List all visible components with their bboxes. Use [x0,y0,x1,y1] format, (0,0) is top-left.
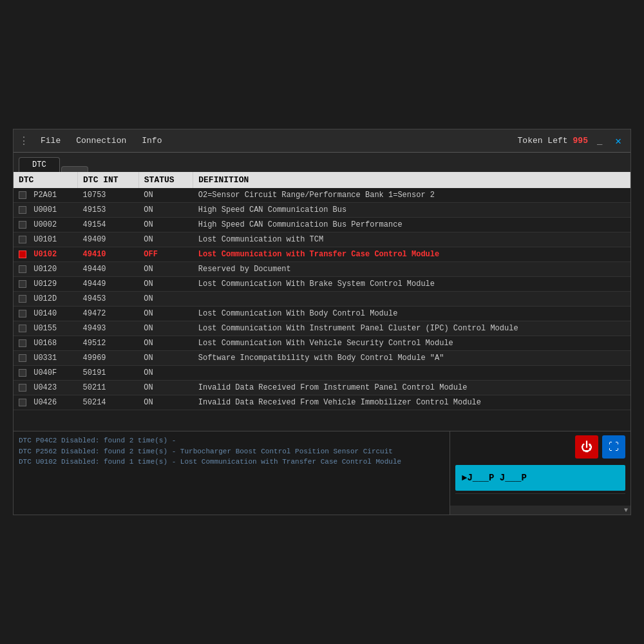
table-row[interactable]: U014049472ONLost Communication With Body… [14,307,630,321]
cell-definition: O2=Sensor Circuit Range/Performance Bank… [193,188,630,203]
cell-status: ON [138,366,193,381]
table-row[interactable]: U012949449ONLost Communication With Brak… [14,277,630,292]
cell-dtc: U040F [14,366,78,381]
col-dtc-int: DTC INT [78,172,139,188]
cell-dtc-int: 10753 [78,188,139,203]
cell-status: ON [138,351,193,366]
table-row[interactable]: U012D49453ON [14,292,630,307]
table-row[interactable]: U042650214ONInvalid Data Received From V… [14,395,630,410]
cell-definition: Reserved by Document [193,262,630,277]
table-row[interactable]: U016849512ONLost Communication With Vehi… [14,336,630,351]
table-row[interactable]: U040F50191ON [14,366,630,381]
cell-definition: Lost Communication With Vehicle Security… [193,336,630,351]
table-row[interactable]: U000249154ONHigh Speed CAN Communication… [14,218,630,232]
dtc-table: DTC DTC INT STATUS DEFINITION P2A0110753… [14,172,630,410]
right-panel: ⏻ ⛶ ►J___P J___P ▼ [450,431,630,515]
menu-file[interactable]: File [34,134,67,147]
cell-dtc: U0155 [14,321,78,336]
col-definition: DEFINITION [193,172,630,188]
cell-dtc-int: 49969 [78,351,139,366]
cell-dtc-int: 49440 [78,262,139,277]
cell-definition: Invalid Data Received From Instrument Pa… [193,381,630,395]
cell-definition: Lost Communication with Transfer Case Co… [193,247,630,262]
table-row[interactable]: U000149153ONHigh Speed CAN Communication… [14,203,630,218]
cell-dtc: U0426 [14,395,78,410]
main-content: DTC DTC INT STATUS DEFINITION P2A0110753… [14,172,630,431]
power-button[interactable]: ⏻ [575,435,598,459]
table-row[interactable]: U012049440ONReserved by Document [14,262,630,277]
cell-dtc: U0129 [14,277,78,292]
scroll-indicator: ▼ [450,506,630,515]
table-row[interactable]: U033149969ONSoftware Incompatibility wit… [14,351,630,366]
cell-status: ON [138,395,193,410]
cell-dtc: U0331 [14,351,78,366]
cell-status: ON [138,321,193,336]
cell-status: ON [138,277,193,292]
table-row[interactable]: U010149409ONLost Communication with TCM [14,232,630,247]
cyan-display-text: ►J___P J___P [462,473,527,483]
cell-status: ON [138,262,193,277]
app-window: ⋮ File Connection Info Token Left 995 _ … [13,129,631,515]
bottom-area: DTC P04C2 Disabled: found 2 time(s) -DTC… [14,431,630,515]
cell-definition: Software Incompatibility with Body Contr… [193,351,630,366]
cell-dtc-int: 50191 [78,366,139,381]
menu-bar: ⋮ File Connection Info Token Left 995 _ … [14,129,630,153]
screen-button[interactable]: ⛶ [602,435,625,459]
table-row[interactable]: U015549493ONLost Communication With Inst… [14,321,630,336]
log-entry: DTC U0102 Disabled: found 1 time(s) - Lo… [19,457,444,468]
cell-dtc-int: 49154 [78,218,139,232]
menu-connection[interactable]: Connection [70,134,133,147]
cell-definition: Lost Communication With Instrument Panel… [193,321,630,336]
cell-dtc-int: 49449 [78,277,139,292]
screen-icon: ⛶ [609,441,619,453]
cell-definition [193,292,630,307]
cell-status: ON [138,307,193,321]
cell-status: OFF [138,247,193,262]
close-button[interactable]: ✕ [611,133,625,149]
table-row[interactable]: P2A0110753ONO2=Sensor Circuit Range/Perf… [14,188,630,203]
cell-definition: High Speed CAN Communication Bus Perform… [193,218,630,232]
right-panel-bottom [455,493,625,506]
cell-status: ON [138,232,193,247]
table-row[interactable]: U042350211ONInvalid Data Received From I… [14,381,630,395]
power-icon: ⏻ [581,440,592,454]
cell-definition: Lost Communication With Brake System Con… [193,277,630,292]
cell-dtc: U0140 [14,307,78,321]
cell-dtc-int: 49453 [78,292,139,307]
cell-status: ON [138,381,193,395]
table-header-row: DTC DTC INT STATUS DEFINITION [14,172,630,188]
cell-dtc-int: 49493 [78,321,139,336]
tab-dtc[interactable]: DTC [19,157,60,172]
menu-info[interactable]: Info [135,134,168,147]
log-entry: DTC P2562 Disabled: found 2 time(s) - Tu… [19,446,444,457]
token-label: Token Left [518,136,568,146]
menu-bar-left: ⋮ File Connection Info [19,134,168,147]
log-panel: DTC P04C2 Disabled: found 2 time(s) -DTC… [14,431,450,515]
cell-definition: Invalid Data Received From Vehicle Immob… [193,395,630,410]
cell-status: ON [138,203,193,218]
menu-bar-right: Token Left 995 _ ✕ [518,133,625,149]
cell-dtc: U0423 [14,381,78,395]
tab-second[interactable] [61,166,88,172]
log-entry: DTC P04C2 Disabled: found 2 time(s) - [19,435,444,446]
menu-dots-icon: ⋮ [19,135,29,147]
cell-definition [193,366,630,381]
col-status: STATUS [138,172,193,188]
cell-dtc-int: 50211 [78,381,139,395]
cell-definition: High Speed CAN Communication Bus [193,203,630,218]
cell-definition: Lost Communication with TCM [193,232,630,247]
table-container[interactable]: DTC DTC INT STATUS DEFINITION P2A0110753… [14,172,630,431]
cell-dtc: U0120 [14,262,78,277]
table-row[interactable]: U010249410OFFLost Communication with Tra… [14,247,630,262]
cell-dtc-int: 49153 [78,203,139,218]
cell-status: ON [138,188,193,203]
col-dtc: DTC [14,172,78,188]
token-value: 995 [573,136,588,146]
minimize-button[interactable]: _ [593,135,606,147]
scroll-down-icon[interactable]: ▼ [624,507,628,514]
cell-dtc: U0001 [14,203,78,218]
cell-dtc-int: 49409 [78,232,139,247]
right-panel-top: ⏻ ⛶ [450,431,630,462]
cell-dtc: U0102 [14,247,78,262]
cell-dtc: U012D [14,292,78,307]
